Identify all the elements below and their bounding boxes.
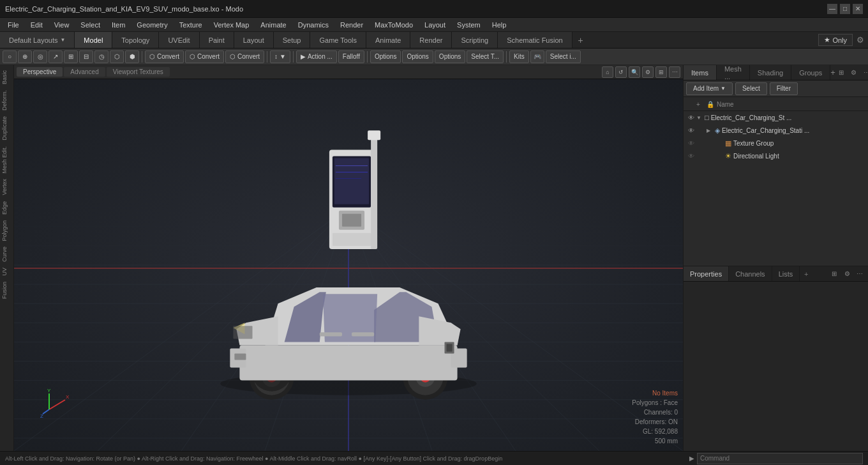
tree-row-mesh[interactable]: 👁 ▶ ◈ Electric_Car_Charging_Stati ...: [684, 124, 868, 137]
rp-ctrl-more[interactable]: ⋯: [861, 67, 868, 79]
menu-render[interactable]: Render: [335, 20, 368, 30]
prop-tab-add-button[interactable]: +: [800, 270, 812, 278]
prop-ctrl-more[interactable]: ⋯: [854, 268, 865, 280]
tab-animate[interactable]: Animate: [366, 32, 410, 48]
tree-row-light[interactable]: 👁 ☀ Directional Light: [684, 149, 868, 162]
rp-ctrl-expand[interactable]: ⊞: [835, 67, 847, 79]
menu-edit[interactable]: Edit: [26, 20, 48, 30]
select-icon-button[interactable]: Select i...: [546, 50, 581, 63]
vp-ctrl-expand[interactable]: ⊞: [655, 66, 667, 78]
vp-tab-perspective[interactable]: Perspective: [17, 67, 63, 77]
options-button-3[interactable]: Options: [435, 50, 465, 63]
arrow-mesh[interactable]: ▶: [707, 128, 713, 133]
vp-tab-textures[interactable]: Viewport Textures: [107, 67, 170, 77]
vp-ctrl-refresh[interactable]: ↺: [615, 66, 627, 78]
tool-circle[interactable]: ○: [3, 50, 17, 63]
convert-button-1[interactable]: ⬡ Convert: [145, 50, 184, 63]
action-button[interactable]: ▶ Action ...: [296, 50, 337, 63]
menu-select[interactable]: Select: [75, 20, 105, 30]
close-button[interactable]: ✕: [853, 4, 863, 14]
sidebar-item-curve[interactable]: Curve: [0, 244, 13, 264]
window-controls[interactable]: — □ ✕: [827, 4, 863, 14]
prop-tab-channels[interactable]: Channels: [729, 266, 772, 281]
game-icon-button[interactable]: 🎮: [530, 50, 544, 63]
arrow-root[interactable]: ▼: [696, 115, 703, 121]
select-button[interactable]: Select: [735, 82, 767, 95]
tab-setup[interactable]: Setup: [274, 32, 311, 48]
only-button[interactable]: ★ Only: [818, 34, 853, 46]
rp-tab-shading[interactable]: Shading: [750, 65, 791, 80]
prop-tab-lists[interactable]: Lists: [772, 266, 800, 281]
options-button-1[interactable]: Options: [370, 50, 401, 63]
tab-model[interactable]: Model: [75, 32, 112, 48]
rp-ctrl-settings[interactable]: ⚙: [848, 67, 860, 79]
eye-light[interactable]: 👁: [686, 151, 696, 161]
sidebar-item-edge[interactable]: Edge: [0, 199, 13, 217]
menu-item[interactable]: Item: [107, 20, 130, 30]
prop-ctrl-settings[interactable]: ⚙: [841, 268, 853, 280]
rp-tab-items[interactable]: Items: [684, 65, 717, 80]
menu-vertex-map[interactable]: Vertex Map: [209, 20, 255, 30]
menu-view[interactable]: View: [49, 20, 75, 30]
menu-help[interactable]: Help: [487, 20, 512, 30]
prop-ctrl-expand[interactable]: ⊞: [828, 268, 840, 280]
rp-tab-mesh[interactable]: Mesh ...: [717, 65, 750, 80]
add-item-button[interactable]: Add Item ▼: [686, 82, 733, 95]
command-input[interactable]: [697, 453, 863, 464]
options-button-2[interactable]: Options: [402, 50, 433, 63]
vp-ctrl-more[interactable]: ⋯: [669, 66, 680, 78]
sidebar-item-duplicate[interactable]: Duplicate: [0, 114, 13, 143]
tool-rotate[interactable]: ◷: [94, 50, 108, 63]
tab-topology[interactable]: Topology: [112, 32, 159, 48]
tool-crosshair[interactable]: ⊕: [18, 50, 32, 63]
sidebar-item-fusion[interactable]: Fusion: [0, 279, 13, 301]
kits-button[interactable]: Kits: [509, 50, 529, 63]
tool-hex1[interactable]: ⬡: [110, 50, 124, 63]
vp-ctrl-search[interactable]: 🔍: [629, 66, 640, 78]
vp-ctrl-home[interactable]: ⌂: [602, 66, 613, 78]
tab-layout[interactable]: Layout: [234, 32, 274, 48]
tool-target[interactable]: ◎: [33, 50, 47, 63]
tool-hex2[interactable]: ⬢: [125, 50, 139, 63]
tool-arrow[interactable]: ↗: [49, 50, 63, 63]
tree-row-root[interactable]: 👁 ▼ □ Electric_Car_Charging_St ...: [684, 111, 868, 124]
menu-file[interactable]: File: [3, 20, 24, 30]
tab-paint[interactable]: Paint: [200, 32, 234, 48]
prop-tab-properties[interactable]: Properties: [684, 266, 729, 281]
3d-viewport[interactable]: X Y Z No Items Polygons : Face Channels:…: [14, 79, 683, 451]
layout-dropdown[interactable]: Default Layouts ▼: [0, 32, 75, 48]
vp-tab-advanced[interactable]: Advanced: [64, 67, 105, 77]
tab-uvedit[interactable]: UVEdit: [159, 32, 199, 48]
menu-geometry[interactable]: Geometry: [131, 20, 172, 30]
rp-tab-groups[interactable]: Groups: [791, 65, 830, 80]
sidebar-item-deform[interactable]: Deform.: [0, 88, 13, 113]
menu-animate[interactable]: Animate: [255, 20, 291, 30]
convert-button-3[interactable]: ⬡ Convert: [225, 50, 264, 63]
maximize-button[interactable]: □: [840, 4, 850, 14]
sidebar-item-mesh-edit[interactable]: Mesh Edit.: [0, 144, 13, 176]
settings-icon[interactable]: ⚙: [857, 35, 864, 45]
eye-mesh[interactable]: 👁: [686, 125, 696, 135]
menu-system[interactable]: System: [452, 20, 486, 30]
vp-ctrl-gear[interactable]: ⚙: [642, 66, 654, 78]
tab-scripting[interactable]: Scripting: [452, 32, 498, 48]
tab-game-tools[interactable]: Game Tools: [310, 32, 366, 48]
menu-dynamics[interactable]: Dynamics: [293, 20, 334, 30]
filter-button[interactable]: Filter: [770, 82, 798, 95]
menu-texture[interactable]: Texture: [174, 20, 207, 30]
convert-button-2[interactable]: ⬡ Convert: [185, 50, 224, 63]
sidebar-item-uv[interactable]: UV: [0, 265, 13, 278]
tool-remove[interactable]: ⊟: [79, 50, 93, 63]
minimize-button[interactable]: —: [827, 4, 837, 14]
eye-root[interactable]: 👁: [686, 112, 696, 123]
eye-texture[interactable]: 👁: [686, 138, 696, 148]
select-type-button[interactable]: Select T...: [467, 50, 504, 63]
rp-tab-add-button[interactable]: +: [830, 68, 835, 77]
menu-layout[interactable]: Layout: [419, 20, 451, 30]
tab-schematic-fusion[interactable]: Schematic Fusion: [498, 32, 572, 48]
sidebar-item-vertex[interactable]: Vertex: [0, 176, 13, 198]
menu-maxtomodo[interactable]: MaxToModo: [370, 20, 418, 30]
move-tool[interactable]: ↕ ▼: [270, 50, 290, 63]
tree-row-texture[interactable]: 👁 ▦ Texture Group: [684, 137, 868, 149]
tab-render[interactable]: Render: [410, 32, 452, 48]
